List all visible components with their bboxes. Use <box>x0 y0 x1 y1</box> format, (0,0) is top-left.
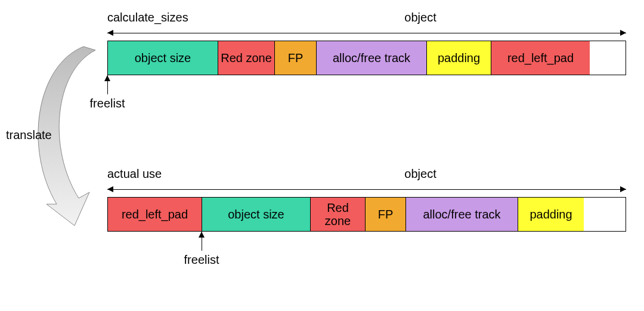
segment-red-left-pad: red_left_pad <box>108 198 202 231</box>
calculate-sizes-label: calculate_sizes <box>107 11 215 27</box>
freelist-pointer-bottom: freelist <box>178 232 225 267</box>
segment-object-size: object size <box>202 198 311 231</box>
segment-fp: FP <box>366 198 406 231</box>
actual-use-header: actual use object <box>107 167 626 194</box>
object-span-arrow-top <box>107 28 626 38</box>
object-span-arrow-bottom <box>107 184 626 194</box>
segment-alloc-free-track: alloc/free track <box>317 41 427 75</box>
segment-red-left-pad: red_left_pad <box>491 41 590 75</box>
segment-object-size: object size <box>108 41 218 75</box>
object-span-label-bottom: object <box>404 167 436 180</box>
segment-red-zone: Red zone <box>218 41 275 75</box>
arrow-up-icon <box>202 232 202 251</box>
calculate-sizes-layout: object sizeRed zoneFPalloc/free trackpad… <box>107 41 626 75</box>
object-span-label-top: object <box>404 11 436 24</box>
actual-use-layout: red_left_padobject sizeRed zoneFPalloc/f… <box>107 197 626 232</box>
segment-padding: padding <box>427 41 491 75</box>
segment-red-zone: Red zone <box>311 198 366 231</box>
segment-alloc-free-track: alloc/free track <box>406 198 518 231</box>
segment-padding: padding <box>518 198 584 231</box>
freelist-label-bottom: freelist <box>178 253 225 267</box>
actual-use-label: actual use <box>107 167 215 183</box>
calculate-sizes-header: calculate_sizes object <box>107 11 626 38</box>
segment-fp: FP <box>275 41 317 75</box>
translate-label: translate <box>6 128 52 142</box>
